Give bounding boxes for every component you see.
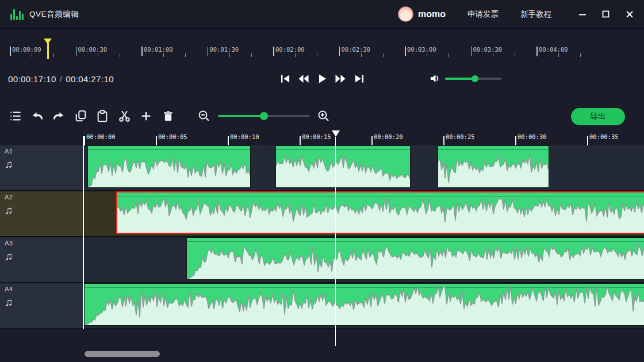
time-display: 00:00:17:10/00:04:27:10 xyxy=(8,74,114,84)
overview-ruler[interactable]: 00:00:0000:00:3000:01:0000:01:3000:02:00… xyxy=(0,34,644,63)
menu-request-invoice[interactable]: 申请发票 xyxy=(467,9,499,20)
minimize-button[interactable] xyxy=(578,10,586,18)
audio-clip-a1-1[interactable] xyxy=(87,145,251,188)
fast-forward-button[interactable] xyxy=(335,74,346,83)
overview-tick-label: 00:04:00 xyxy=(539,46,568,53)
timeline-tick xyxy=(156,136,157,145)
maximize-icon xyxy=(602,10,610,18)
track-lane-a4[interactable] xyxy=(83,283,644,328)
overview-minor-tick xyxy=(32,53,32,57)
overview-minor-tick xyxy=(120,53,120,57)
fast-forward-icon xyxy=(335,74,346,83)
waveform xyxy=(276,147,410,187)
track-lane-a2[interactable] xyxy=(83,191,644,236)
undo-icon xyxy=(30,110,44,122)
user-avatar[interactable] xyxy=(398,6,413,22)
volume-slider[interactable] xyxy=(445,78,501,80)
timeline-tick-label: 00:00:25 xyxy=(446,133,475,140)
timeline-tick-label: 00:00:30 xyxy=(518,133,547,140)
trash-icon xyxy=(162,110,174,122)
app-logo-waveform-icon xyxy=(10,9,24,20)
overview-tick xyxy=(141,47,143,56)
timeline-tick xyxy=(300,136,301,145)
overview-tick xyxy=(405,47,406,56)
track-lane-a3[interactable] xyxy=(83,237,644,282)
overview-tick xyxy=(208,47,209,56)
audio-clip-a1-3[interactable] xyxy=(438,145,549,188)
tracks-area: A1♫A2♫A3♫A4♫ xyxy=(0,145,644,329)
track-row-a1: A1♫ xyxy=(0,145,644,191)
rewind-button[interactable] xyxy=(298,74,309,83)
music-note-icon: ♫ xyxy=(5,296,83,307)
playhead-handle[interactable] xyxy=(332,130,340,137)
close-button[interactable] xyxy=(625,10,634,18)
edit-toolbar xyxy=(8,109,175,124)
timeline-tick-label: 00:00:10 xyxy=(230,133,259,140)
track-header-a1[interactable]: A1♫ xyxy=(0,145,83,190)
speaker-icon[interactable] xyxy=(430,74,440,83)
zoom-fill xyxy=(218,115,264,117)
zoom-out-icon[interactable] xyxy=(198,110,210,122)
paste-button[interactable] xyxy=(95,109,109,124)
track-header-a2[interactable]: A2♫ xyxy=(0,191,83,236)
cut-button[interactable] xyxy=(117,109,131,124)
user-name[interactable]: momo xyxy=(418,9,446,20)
cut-icon xyxy=(118,110,131,122)
time-separator: / xyxy=(60,74,63,84)
timeline-tick xyxy=(228,136,229,145)
track-header-a4[interactable]: A4♫ xyxy=(0,283,83,328)
volume-fill xyxy=(445,78,475,80)
audio-clip-a2-1[interactable] xyxy=(116,191,644,234)
title-bar: QVE音频编辑 momo 申请发票 新手教程 xyxy=(0,0,644,29)
zoom-controls xyxy=(198,110,330,122)
overview-minor-tick xyxy=(251,53,252,57)
overview-position-marker-stem xyxy=(47,43,49,59)
overview-tick xyxy=(339,47,340,56)
overview-minor-tick xyxy=(361,53,362,57)
track-label: A4 xyxy=(5,286,83,292)
overview-tick-label: 00:00:30 xyxy=(78,46,108,53)
overview-minor-tick xyxy=(295,53,296,57)
audio-clip-a4-1[interactable] xyxy=(84,283,644,326)
track-header-a3[interactable]: A3♫ xyxy=(0,237,83,282)
delete-button[interactable] xyxy=(161,109,175,124)
export-button[interactable]: 导出 xyxy=(571,108,625,125)
audio-clip-a1-2[interactable] xyxy=(275,145,411,188)
add-button[interactable] xyxy=(139,109,153,124)
skip-to-start-button[interactable] xyxy=(280,74,290,83)
menu-beginner-tutorial[interactable]: 新手教程 xyxy=(520,9,551,20)
overview-minor-tick xyxy=(427,53,427,57)
overview-minor-tick xyxy=(493,53,493,57)
header-timeline-divider xyxy=(83,136,84,329)
overview-tick xyxy=(471,47,472,56)
copy-button[interactable] xyxy=(74,109,87,124)
volume-slider-thumb[interactable] xyxy=(471,75,478,82)
zoom-slider[interactable] xyxy=(218,115,310,117)
timeline-ruler[interactable]: 00:00:0000:00:0500:00:1000:00:1500:00:20… xyxy=(0,131,644,145)
track-list-button[interactable] xyxy=(8,109,22,124)
overview-tick-label: 00:03:00 xyxy=(407,46,436,53)
overview-minor-tick xyxy=(229,53,230,57)
volume-control xyxy=(430,74,501,83)
app-title: QVE音频编辑 xyxy=(29,9,79,20)
maximize-button[interactable] xyxy=(601,10,610,18)
audio-clip-a3-1[interactable] xyxy=(186,237,644,280)
track-label: A3 xyxy=(5,240,83,247)
zoom-slider-thumb[interactable] xyxy=(260,112,268,120)
timeline-tick-label: 00:00:15 xyxy=(302,133,331,140)
overview-tick-label: 00:03:30 xyxy=(473,46,503,53)
horizontal-scrollbar-thumb[interactable] xyxy=(85,351,160,357)
timeline-tick xyxy=(371,136,373,145)
play-button[interactable] xyxy=(317,74,327,83)
undo-button[interactable] xyxy=(30,109,44,124)
timeline-tick-label: 00:00:20 xyxy=(374,133,403,140)
skip-to-end-button[interactable] xyxy=(354,74,364,83)
current-time: 00:00:17:10 xyxy=(8,74,56,84)
track-lane-a1[interactable] xyxy=(83,145,644,190)
redo-button[interactable] xyxy=(52,109,66,124)
zoom-in-icon[interactable] xyxy=(317,110,330,122)
close-icon xyxy=(626,10,634,18)
playhead-line xyxy=(335,137,336,346)
track-row-a2: A2♫ xyxy=(0,191,644,237)
redo-icon xyxy=(52,110,66,122)
